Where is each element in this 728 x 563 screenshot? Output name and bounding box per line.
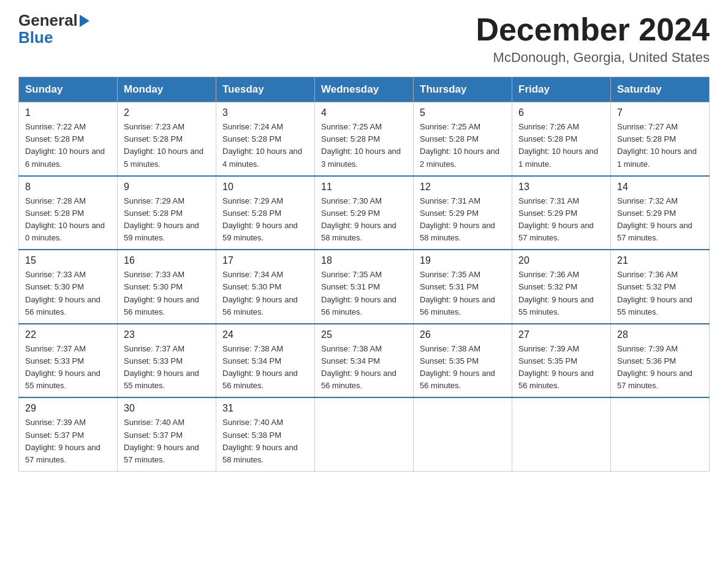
day-info: Sunrise: 7:39 AMSunset: 5:36 PMDaylight:…: [617, 343, 703, 393]
day-info: Sunrise: 7:38 AMSunset: 5:35 PMDaylight:…: [420, 343, 506, 393]
day-info: Sunrise: 7:40 AMSunset: 5:37 PMDaylight:…: [124, 416, 210, 466]
day-number: 3: [222, 107, 308, 118]
calendar-week-row: 29Sunrise: 7:39 AMSunset: 5:37 PMDayligh…: [19, 397, 710, 471]
table-row: 2Sunrise: 7:23 AMSunset: 5:28 PMDaylight…: [118, 102, 216, 176]
day-number: 25: [321, 329, 407, 340]
day-number: 14: [617, 182, 703, 193]
day-number: 23: [124, 329, 210, 340]
calendar-table: Sunday Monday Tuesday Wednesday Thursday…: [18, 77, 710, 472]
table-row: 3Sunrise: 7:24 AMSunset: 5:28 PMDaylight…: [216, 102, 315, 176]
day-number: 26: [420, 329, 506, 340]
col-monday: Monday: [118, 77, 216, 102]
table-row: 1Sunrise: 7:22 AMSunset: 5:28 PMDaylight…: [19, 102, 118, 176]
day-info: Sunrise: 7:35 AMSunset: 5:31 PMDaylight:…: [321, 269, 407, 318]
table-row: 9Sunrise: 7:29 AMSunset: 5:28 PMDaylight…: [118, 176, 216, 250]
table-row: 12Sunrise: 7:31 AMSunset: 5:29 PMDayligh…: [414, 176, 512, 250]
day-info: Sunrise: 7:22 AMSunset: 5:28 PMDaylight:…: [25, 121, 111, 170]
day-number: 4: [321, 107, 407, 118]
day-number: 31: [222, 403, 308, 414]
day-info: Sunrise: 7:39 AMSunset: 5:35 PMDaylight:…: [518, 343, 604, 393]
table-row: 4Sunrise: 7:25 AMSunset: 5:28 PMDaylight…: [315, 102, 414, 176]
table-row: 15Sunrise: 7:33 AMSunset: 5:30 PMDayligh…: [19, 250, 118, 324]
day-number: 5: [420, 107, 506, 118]
day-number: 1: [25, 107, 111, 118]
day-number: 10: [222, 182, 308, 193]
day-number: 17: [222, 255, 308, 266]
day-number: 2: [124, 107, 210, 118]
day-info: Sunrise: 7:33 AMSunset: 5:30 PMDaylight:…: [124, 269, 210, 318]
table-row: [315, 397, 414, 471]
table-row: 27Sunrise: 7:39 AMSunset: 5:35 PMDayligh…: [512, 324, 611, 398]
day-info: Sunrise: 7:38 AMSunset: 5:34 PMDaylight:…: [222, 343, 308, 393]
day-number: 8: [25, 182, 111, 193]
day-number: 16: [124, 255, 210, 266]
table-row: 21Sunrise: 7:36 AMSunset: 5:32 PMDayligh…: [611, 250, 710, 324]
table-row: [414, 397, 512, 471]
col-sunday: Sunday: [19, 77, 118, 102]
day-info: Sunrise: 7:31 AMSunset: 5:29 PMDaylight:…: [518, 195, 604, 245]
table-row: 30Sunrise: 7:40 AMSunset: 5:37 PMDayligh…: [118, 397, 216, 471]
title-block: December 2024 McDonough, Georgia, United…: [476, 12, 710, 66]
day-number: 15: [25, 255, 111, 266]
logo-blue: Blue: [18, 28, 89, 47]
table-row: 11Sunrise: 7:30 AMSunset: 5:29 PMDayligh…: [315, 176, 414, 250]
table-row: 22Sunrise: 7:37 AMSunset: 5:33 PMDayligh…: [19, 324, 118, 398]
table-row: 17Sunrise: 7:34 AMSunset: 5:30 PMDayligh…: [216, 250, 315, 324]
day-info: Sunrise: 7:29 AMSunset: 5:28 PMDaylight:…: [222, 195, 308, 245]
day-number: 12: [420, 182, 506, 193]
calendar-week-row: 22Sunrise: 7:37 AMSunset: 5:33 PMDayligh…: [19, 324, 710, 398]
day-number: 28: [617, 329, 703, 340]
day-info: Sunrise: 7:32 AMSunset: 5:29 PMDaylight:…: [617, 195, 703, 245]
day-info: Sunrise: 7:28 AMSunset: 5:28 PMDaylight:…: [25, 195, 111, 245]
day-info: Sunrise: 7:23 AMSunset: 5:28 PMDaylight:…: [124, 121, 210, 170]
day-info: Sunrise: 7:36 AMSunset: 5:32 PMDaylight:…: [617, 269, 703, 318]
table-row: 6Sunrise: 7:26 AMSunset: 5:28 PMDaylight…: [512, 102, 611, 176]
day-number: 21: [617, 255, 703, 266]
day-info: Sunrise: 7:38 AMSunset: 5:34 PMDaylight:…: [321, 343, 407, 393]
calendar-week-row: 8Sunrise: 7:28 AMSunset: 5:28 PMDaylight…: [19, 176, 710, 250]
subtitle: McDonough, Georgia, United States: [476, 50, 710, 66]
table-row: 23Sunrise: 7:37 AMSunset: 5:33 PMDayligh…: [118, 324, 216, 398]
table-row: 14Sunrise: 7:32 AMSunset: 5:29 PMDayligh…: [611, 176, 710, 250]
day-info: Sunrise: 7:37 AMSunset: 5:33 PMDaylight:…: [124, 343, 210, 393]
day-info: Sunrise: 7:37 AMSunset: 5:33 PMDaylight:…: [25, 343, 111, 393]
table-row: 25Sunrise: 7:38 AMSunset: 5:34 PMDayligh…: [315, 324, 414, 398]
table-row: 24Sunrise: 7:38 AMSunset: 5:34 PMDayligh…: [216, 324, 315, 398]
day-info: Sunrise: 7:25 AMSunset: 5:28 PMDaylight:…: [321, 121, 407, 170]
calendar-week-row: 1Sunrise: 7:22 AMSunset: 5:28 PMDaylight…: [19, 102, 710, 176]
table-row: 20Sunrise: 7:36 AMSunset: 5:32 PMDayligh…: [512, 250, 611, 324]
day-number: 24: [222, 329, 308, 340]
day-info: Sunrise: 7:29 AMSunset: 5:28 PMDaylight:…: [124, 195, 210, 245]
day-info: Sunrise: 7:27 AMSunset: 5:28 PMDaylight:…: [617, 121, 703, 170]
day-number: 13: [518, 182, 604, 193]
day-info: Sunrise: 7:25 AMSunset: 5:28 PMDaylight:…: [420, 121, 506, 170]
day-number: 29: [25, 403, 111, 414]
day-info: Sunrise: 7:36 AMSunset: 5:32 PMDaylight:…: [518, 269, 604, 318]
table-row: 13Sunrise: 7:31 AMSunset: 5:29 PMDayligh…: [512, 176, 611, 250]
col-thursday: Thursday: [414, 77, 512, 102]
day-number: 30: [124, 403, 210, 414]
logo: General Blue: [18, 12, 89, 47]
day-info: Sunrise: 7:30 AMSunset: 5:29 PMDaylight:…: [321, 195, 407, 245]
day-info: Sunrise: 7:35 AMSunset: 5:31 PMDaylight:…: [420, 269, 506, 318]
calendar-header-row: Sunday Monday Tuesday Wednesday Thursday…: [19, 77, 710, 102]
table-row: 26Sunrise: 7:38 AMSunset: 5:35 PMDayligh…: [414, 324, 512, 398]
day-number: 6: [518, 107, 604, 118]
page-header: General Blue December 2024 McDonough, Ge…: [18, 12, 710, 66]
col-tuesday: Tuesday: [216, 77, 315, 102]
calendar-week-row: 15Sunrise: 7:33 AMSunset: 5:30 PMDayligh…: [19, 250, 710, 324]
table-row: 5Sunrise: 7:25 AMSunset: 5:28 PMDaylight…: [414, 102, 512, 176]
day-number: 9: [124, 182, 210, 193]
day-number: 19: [420, 255, 506, 266]
day-info: Sunrise: 7:34 AMSunset: 5:30 PMDaylight:…: [222, 269, 308, 318]
table-row: [512, 397, 611, 471]
day-number: 11: [321, 182, 407, 193]
table-row: 29Sunrise: 7:39 AMSunset: 5:37 PMDayligh…: [19, 397, 118, 471]
day-number: 20: [518, 255, 604, 266]
main-title: December 2024: [476, 12, 710, 47]
day-info: Sunrise: 7:26 AMSunset: 5:28 PMDaylight:…: [518, 121, 604, 170]
table-row: 16Sunrise: 7:33 AMSunset: 5:30 PMDayligh…: [118, 250, 216, 324]
col-saturday: Saturday: [611, 77, 710, 102]
day-info: Sunrise: 7:33 AMSunset: 5:30 PMDaylight:…: [25, 269, 111, 318]
table-row: [611, 397, 710, 471]
